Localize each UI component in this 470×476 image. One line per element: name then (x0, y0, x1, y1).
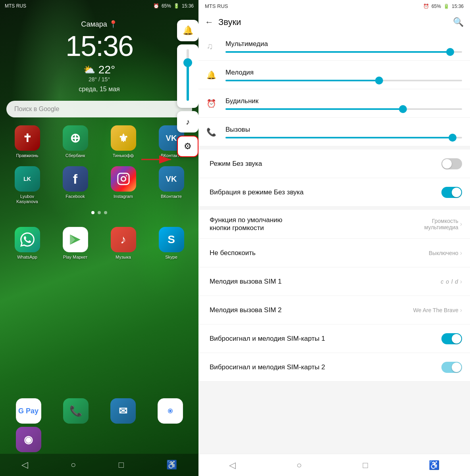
alarm-label: Будильник (225, 97, 462, 105)
back-btn-right[interactable]: ◁ (229, 460, 236, 470)
calls-slider[interactable] (225, 137, 462, 138)
app-vk-row2[interactable]: VK ВКонтакте (150, 166, 192, 204)
calls-thumb (449, 134, 457, 142)
arrow-indicator (141, 155, 177, 164)
right-status-right: ⏰ 65% 🔋 15:36 (423, 4, 464, 9)
recents-btn-left[interactable]: □ (119, 460, 124, 470)
item-vibrate-sim1[interactable]: Вибросигнал и мелодия SIM-карты 1 (198, 324, 470, 353)
calls-icon: 📞 (206, 127, 222, 137)
recents-btn-right[interactable]: □ (363, 460, 368, 470)
item-silent-mode[interactable]: Режим Без звука (198, 150, 470, 178)
camera-icon-dock: ◉ (16, 427, 41, 452)
app-grid-row1: ✝ Правжизнь ⊕ Сбербанк ⚜ Тинькофф VK ВКо… (0, 117, 198, 158)
app-tinkoff[interactable]: ⚜ Тинькофф (102, 125, 144, 158)
pravjizn-icon: ✝ (15, 125, 40, 151)
music-icon: ♪ (111, 227, 136, 252)
app-skype[interactable]: S Skype (150, 227, 192, 260)
ringtone-sim2-label: Мелодия вызова SIM 2 (210, 306, 413, 314)
do-not-disturb-value: Выключено (429, 250, 458, 256)
sberbank-icon: ⊕ (63, 125, 88, 151)
vibrate-sim1-toggle[interactable] (441, 333, 462, 344)
back-btn-left[interactable]: ◁ (21, 460, 28, 470)
search-btn-settings[interactable]: 🔍 (453, 17, 464, 27)
time-left: 15:36 (182, 3, 194, 9)
app-sberbank[interactable]: ⊕ Сбербанк (54, 125, 96, 158)
facebook-icon: f (63, 166, 88, 192)
bell-icon: 🔔 (183, 25, 193, 36)
home-btn-left[interactable]: ○ (71, 460, 76, 470)
music-vol-button[interactable]: ♪ (177, 111, 198, 132)
music-label: Музыка (116, 255, 131, 260)
silent-mode-text: Режим Без звука (210, 160, 441, 168)
ringtone-sim2-value: We Are The Brave (413, 307, 458, 313)
multimedia-slider[interactable] (225, 51, 462, 53)
volume-slider-track[interactable] (187, 49, 189, 101)
search-placeholder: Поиск в Google (14, 106, 59, 113)
item-alarm: ⏰ Будильник (198, 89, 470, 118)
app-grid-dock: WhatsApp Play Маркет ♪ Музыка S Skype (0, 219, 198, 260)
chevron-volume-btn: › (460, 221, 462, 228)
section-toggles: Режим Без звука Вибрация в режиме Без зв… (198, 150, 470, 207)
item-volume-button-default[interactable]: Функция по умолчаниюкнопки громкости Гро… (198, 210, 470, 239)
back-btn-settings[interactable]: ← (205, 17, 214, 27)
item-ringtone-sim2[interactable]: Мелодия вызова SIM 2 We Are The Brave › (198, 296, 470, 324)
app-chrome-dock[interactable] (148, 398, 192, 424)
vibrate-sim2-thumb (452, 363, 461, 372)
item-vibrate-silent[interactable]: Вибрация в режиме Без звука (198, 178, 470, 207)
vibrate-sim1-label: Вибросигнал и мелодия SIM-карты 1 (210, 335, 441, 343)
settings-vol-button[interactable]: ⚙ (177, 136, 198, 157)
city-label: Самара 📍 (0, 20, 198, 29)
multimedia-text: Мультимедиа (225, 40, 462, 53)
app-facebook[interactable]: f Facebook (54, 166, 96, 204)
item-do-not-disturb[interactable]: Не беспокоить Выключено › (198, 239, 470, 267)
search-bar[interactable]: Поиск в Google (6, 101, 192, 117)
accessibility-btn-left[interactable]: ♿ (166, 460, 177, 470)
ringtone-sim1-label: Мелодия вызова SIM 1 (210, 278, 441, 286)
phone-icon-dock: 📞 (63, 398, 89, 424)
vibrate-silent-toggle[interactable] (441, 187, 462, 198)
skype-label: Skype (165, 255, 177, 260)
silent-mode-toggle[interactable] (441, 158, 462, 169)
sberbank-label: Сбербанк (65, 153, 85, 158)
alarm-icon: ⏰ (206, 99, 222, 108)
app-music[interactable]: ♪ Музыка (102, 227, 144, 260)
bell-button[interactable]: 🔔 (177, 20, 198, 41)
ringtone-sim2-text: Мелодия вызова SIM 2 (210, 306, 413, 314)
ringtone-text: Мелодия (225, 69, 462, 81)
app-camera-dock[interactable]: ◉ (6, 427, 50, 452)
calls-text: Вызовы (225, 126, 462, 138)
multimedia-track (225, 51, 462, 53)
whatsapp-icon (15, 227, 40, 252)
accessibility-btn-right[interactable]: ♿ (429, 460, 439, 470)
app-sms-dock[interactable]: ✉ (101, 398, 145, 424)
app-phone-dock[interactable]: 📞 (54, 398, 98, 424)
weather-row: ⛅ 22° (0, 63, 198, 76)
app-instagram[interactable]: Instagram (102, 166, 144, 204)
weather-icon: ⛅ (83, 64, 95, 75)
item-ringtone: 🔔 Мелодия (198, 61, 470, 89)
item-vibrate-sim2[interactable]: Вибросигнал и мелодия SIM-карты 2 (198, 353, 470, 382)
sms-icon-dock: ✉ (110, 398, 136, 424)
home-btn-right[interactable]: ○ (297, 460, 302, 470)
vibrate-sim1-text: Вибросигнал и мелодия SIM-карты 1 (210, 335, 441, 343)
volume-panel: 🔔 ♪ ⚙ (177, 20, 198, 157)
alarm-slider[interactable] (225, 108, 462, 110)
date-row: среда, 15 мая (0, 86, 198, 93)
dot-3 (104, 211, 107, 214)
app-pravjizn[interactable]: ✝ Правжизнь (6, 125, 48, 158)
multimedia-fill (225, 51, 450, 53)
right-status-left: ⏰ 65% 🔋 15:36 (153, 3, 194, 9)
ringtone-slider[interactable] (225, 80, 462, 81)
app-whatsapp[interactable]: WhatsApp (6, 227, 48, 260)
volume-slider-thumb (183, 58, 192, 67)
app-gpay[interactable]: G Pay (6, 398, 50, 424)
alarm-text: Будильник (225, 97, 462, 110)
app-play[interactable]: Play Маркет (54, 227, 96, 260)
svg-point-1 (121, 177, 125, 181)
header-left: ← Звуки (205, 17, 241, 27)
app-lyubov[interactable]: LK LyubovKasyanova (6, 166, 48, 204)
play-icon (63, 227, 88, 252)
status-bar-left: MTS RUS ⏰ 65% 🔋 15:36 (0, 0, 198, 12)
vibrate-sim2-toggle[interactable] (441, 362, 462, 373)
item-ringtone-sim1[interactable]: Мелодия вызова SIM 1 c o l d › (198, 267, 470, 296)
